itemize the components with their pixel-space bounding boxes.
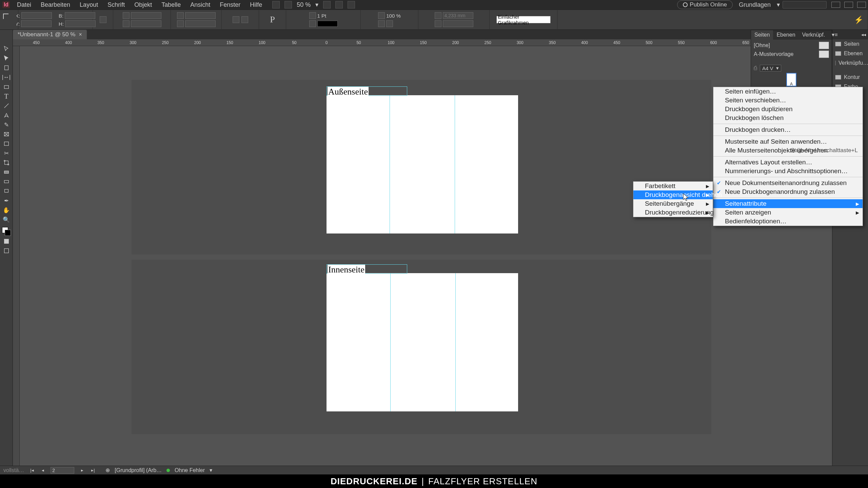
gradient-swatch-tool[interactable]: [1, 168, 12, 177]
ctx-insert-pages[interactable]: Seiten einfügen…: [713, 87, 863, 96]
menu-object[interactable]: Objekt: [130, 0, 157, 9]
menu-file[interactable]: Datei: [12, 0, 36, 9]
apply-color-icon[interactable]: [1, 237, 12, 246]
selection-tool[interactable]: [1, 44, 12, 53]
dock-item-pages[interactable]: Seiten: [832, 39, 868, 49]
line-tool[interactable]: [1, 101, 12, 110]
window-minimize-button[interactable]: [831, 2, 840, 8]
ruler-horizontal[interactable]: 4504003503002502001501005005010015020025…: [13, 39, 842, 46]
dock-item-links[interactable]: Verknüpfu…: [832, 58, 868, 68]
menu-window[interactable]: Fenster: [215, 0, 245, 9]
guide[interactable]: [455, 95, 455, 233]
ruler-vertical[interactable]: [13, 46, 20, 474]
workspace-dropdown-icon[interactable]: ▾: [777, 1, 780, 8]
pages-tab[interactable]: Seiten: [751, 30, 773, 40]
ctx-alt-layout[interactable]: Alternatives Layout erstellen…: [713, 158, 863, 167]
rectangle-frame-tool[interactable]: [1, 130, 12, 139]
free-transform-tool[interactable]: [1, 158, 12, 167]
corner-icon[interactable]: [435, 20, 441, 27]
shear-field[interactable]: [185, 20, 216, 27]
sub-rotate-spread[interactable]: Druckbogenansicht drehen ▶: [633, 190, 713, 199]
page-tool[interactable]: [1, 63, 12, 72]
direct-selection-tool[interactable]: [1, 54, 12, 63]
ctx-panel-options[interactable]: Bedienfeldoptionen…: [713, 217, 863, 226]
ctx-spread-shuffle[interactable]: ✔ Neue Druckbogenanordnung zulassen: [713, 187, 863, 196]
wrap-offset[interactable]: [443, 12, 473, 19]
scissors-tool[interactable]: ✂: [1, 149, 12, 158]
dock-item-stroke[interactable]: Kontur: [832, 73, 868, 82]
text-frame-inner[interactable]: Innenseite: [327, 264, 407, 274]
pencil-tool[interactable]: ✎: [1, 120, 12, 129]
wrap-icon[interactable]: [435, 12, 441, 19]
corner-radius[interactable]: [443, 20, 473, 27]
page-1[interactable]: [327, 95, 518, 233]
flip-v-icon[interactable]: [241, 16, 248, 23]
guide[interactable]: [455, 273, 456, 411]
page-thumbnail[interactable]: [786, 73, 796, 86]
preflight-dropdown-icon[interactable]: ▾: [210, 467, 212, 473]
rotate-icon[interactable]: [177, 12, 184, 19]
menu-type[interactable]: Schrift: [103, 0, 130, 9]
note-tool[interactable]: [1, 187, 12, 196]
preflight-profile[interactable]: [Grundprofil] (Arb…: [115, 467, 162, 473]
ctx-print-spread[interactable]: Druckbogen drucken…: [713, 125, 863, 134]
page-number-field[interactable]: [51, 467, 74, 474]
menu-layout[interactable]: Layout: [75, 0, 103, 9]
menu-edit[interactable]: Bearbeiten: [36, 0, 75, 9]
scale-y-field[interactable]: [131, 20, 161, 27]
h-field[interactable]: [65, 20, 96, 27]
scale-x-field[interactable]: [131, 12, 161, 19]
gpu-flash-icon[interactable]: ⚡: [854, 16, 863, 24]
ctx-override-master[interactable]: Alle Musterseitenobjekte übergehen Strg+…: [713, 146, 863, 155]
prev-page-button[interactable]: ◂: [40, 467, 46, 473]
rotate-field[interactable]: [185, 12, 216, 19]
ctx-view-pages[interactable]: Seiten anzeigen ▶: [713, 208, 863, 217]
first-page-button[interactable]: |◂: [29, 467, 35, 473]
reference-point-icon[interactable]: [2, 12, 17, 27]
page-2[interactable]: [327, 273, 518, 411]
guide[interactable]: [390, 95, 390, 233]
ctx-apply-master[interactable]: Musterseite auf Seiten anwenden…: [713, 137, 863, 146]
ctx-move-pages[interactable]: Seiten verschieben…: [713, 96, 863, 105]
sub-page-transitions[interactable]: Seitenübergänge ▶: [633, 199, 713, 208]
master-none[interactable]: [Ohne]: [754, 41, 829, 50]
zoom-value[interactable]: 50 %: [297, 1, 311, 8]
arrange-icon-2[interactable]: [335, 1, 343, 8]
gradient-feather-tool[interactable]: [1, 177, 12, 186]
workspace-switcher[interactable]: Grundlagen: [733, 1, 777, 8]
guide[interactable]: [390, 273, 391, 411]
menu-table[interactable]: Tabelle: [157, 0, 185, 9]
w-field[interactable]: [65, 12, 95, 19]
next-page-button[interactable]: ▸: [79, 467, 85, 473]
flip-h-icon[interactable]: [233, 16, 239, 23]
ctx-page-attributes[interactable]: Seitenattribute ▶: [713, 199, 863, 208]
arrange-icon-1[interactable]: [323, 1, 331, 8]
fx-icon[interactable]: [378, 20, 385, 27]
window-maximize-button[interactable]: [844, 2, 853, 8]
document-tab[interactable]: *Unbenannt-1 @ 50 % ×: [13, 30, 87, 39]
x-field[interactable]: [21, 12, 52, 19]
ctx-dup-spread[interactable]: Druckbogen duplizieren: [713, 105, 863, 114]
content-collector-tool[interactable]: [1, 82, 12, 91]
screen-mode-icon[interactable]: [1, 246, 12, 255]
sub-color-label[interactable]: Farbetikett ▶: [633, 182, 713, 190]
rectangle-tool[interactable]: [1, 139, 12, 148]
scale-x-icon[interactable]: [123, 12, 130, 19]
adobe-stock-search[interactable]: [783, 1, 827, 8]
links-tab[interactable]: Verknüpf.: [799, 30, 829, 40]
stroke-pt[interactable]: 1 Pt: [317, 13, 327, 19]
constrain-icon[interactable]: [100, 16, 106, 23]
object-style-field[interactable]: Einfacher Grafikrahmen: [496, 16, 551, 23]
last-page-button[interactable]: ▸|: [90, 467, 96, 473]
preflight-errors[interactable]: Ohne Fehler: [175, 467, 205, 473]
ctx-doc-shuffle[interactable]: ✔ Neue Dokumentseitenanordnung zulassen: [713, 179, 863, 187]
ctx-del-spread[interactable]: Druckbogen löschen: [713, 114, 863, 122]
layers-tab[interactable]: Ebenen: [773, 30, 798, 40]
window-close-button[interactable]: [857, 2, 866, 8]
gap-tool[interactable]: |↔|: [1, 73, 12, 82]
type-tool[interactable]: T: [1, 92, 12, 101]
menu-view[interactable]: Ansicht: [185, 0, 215, 9]
sub-spread-flatten[interactable]: Druckbogenreduzierung ▶: [633, 208, 713, 217]
publish-online-button[interactable]: Publish Online: [677, 0, 733, 9]
opacity-value[interactable]: 100 %: [386, 13, 401, 19]
